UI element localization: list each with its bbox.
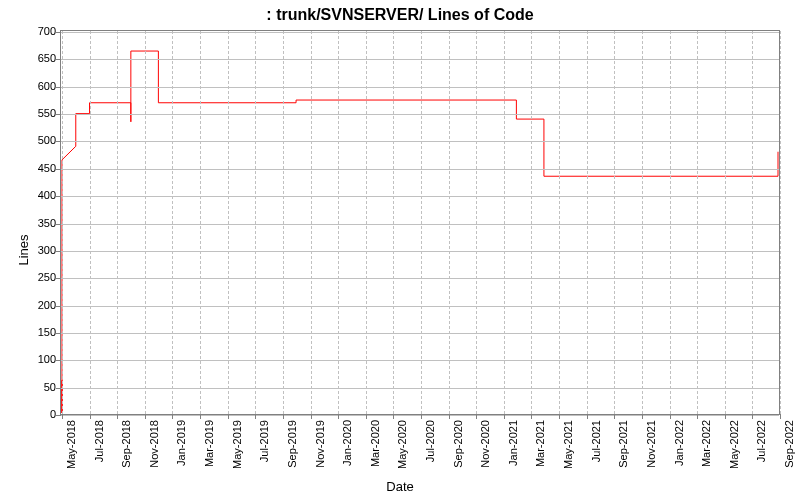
y-tick (56, 87, 61, 88)
title-prefix: : (266, 6, 276, 23)
x-tick-label: Jul-2019 (258, 420, 270, 462)
x-tick-label: Jul-2020 (424, 420, 436, 462)
y-tick-label: 300 (6, 244, 56, 256)
gridline-v (614, 31, 615, 414)
x-tick-label: May-2018 (65, 420, 77, 469)
x-tick (670, 414, 671, 419)
gridline-v (421, 31, 422, 414)
y-tick-label: 550 (6, 107, 56, 119)
x-tick-label: Mar-2022 (700, 420, 712, 467)
x-tick (90, 414, 91, 419)
x-tick (62, 414, 63, 419)
x-tick-label: Nov-2020 (479, 420, 491, 468)
x-tick-label: Sep-2021 (617, 420, 629, 468)
gridline-v (255, 31, 256, 414)
x-tick-label: Nov-2019 (314, 420, 326, 468)
y-tick (56, 196, 61, 197)
x-tick (559, 414, 560, 419)
gridline-v (504, 31, 505, 414)
x-tick-label: May-2020 (396, 420, 408, 469)
gridline-v (311, 31, 312, 414)
gridline-h (61, 87, 779, 88)
x-tick (338, 414, 339, 419)
x-tick-label: Jan-2022 (673, 420, 685, 466)
x-tick-label: Sep-2018 (120, 420, 132, 468)
x-tick-label: Jul-2021 (590, 420, 602, 462)
gridline-h (61, 278, 779, 279)
gridline-h (61, 59, 779, 60)
y-tick (56, 251, 61, 252)
y-tick-label: 600 (6, 80, 56, 92)
gridline-v (449, 31, 450, 414)
x-tick (449, 414, 450, 419)
chart-title: : trunk/SVNSERVER/ Lines of Code (0, 6, 800, 24)
y-tick-label: 100 (6, 353, 56, 365)
y-tick-label: 200 (6, 299, 56, 311)
gridline-v (780, 31, 781, 414)
x-tick (228, 414, 229, 419)
plot-area (60, 30, 780, 415)
x-tick (255, 414, 256, 419)
x-tick (200, 414, 201, 419)
gridline-v (642, 31, 643, 414)
x-tick (476, 414, 477, 419)
y-tick (56, 141, 61, 142)
y-tick-label: 650 (6, 52, 56, 64)
y-tick (56, 388, 61, 389)
gridline-h (61, 196, 779, 197)
gridline-h (61, 415, 779, 416)
x-tick-label: Sep-2019 (286, 420, 298, 468)
x-tick-label: Mar-2019 (203, 420, 215, 467)
x-tick-label: Nov-2021 (645, 420, 657, 468)
x-tick-label: Jul-2022 (755, 420, 767, 462)
gridline-v (559, 31, 560, 414)
y-tick-label: 700 (6, 25, 56, 37)
gridline-h (61, 306, 779, 307)
gridline-v (476, 31, 477, 414)
y-tick-label: 0 (6, 408, 56, 420)
gridline-v (172, 31, 173, 414)
y-tick-label: 150 (6, 326, 56, 338)
x-tick (614, 414, 615, 419)
x-tick (117, 414, 118, 419)
x-tick (504, 414, 505, 419)
y-tick (56, 278, 61, 279)
gridline-v (117, 31, 118, 414)
x-tick (642, 414, 643, 419)
gridline-v (670, 31, 671, 414)
gridline-h (61, 32, 779, 33)
x-tick (145, 414, 146, 419)
x-tick-label: Mar-2020 (369, 420, 381, 467)
title-main: trunk/SVNSERVER/ Lines of Code (276, 6, 534, 23)
gridline-v (90, 31, 91, 414)
x-tick-label: May-2022 (728, 420, 740, 469)
gridline-v (752, 31, 753, 414)
y-tick-label: 350 (6, 217, 56, 229)
gridline-v (697, 31, 698, 414)
gridline-v (283, 31, 284, 414)
gridline-h (61, 114, 779, 115)
x-tick (531, 414, 532, 419)
x-tick (697, 414, 698, 419)
y-tick (56, 114, 61, 115)
gridline-v (228, 31, 229, 414)
x-tick (366, 414, 367, 419)
y-tick (56, 224, 61, 225)
x-tick-label: May-2021 (562, 420, 574, 469)
x-tick-label: Nov-2018 (148, 420, 160, 468)
gridline-h (61, 360, 779, 361)
x-axis-label: Date (0, 479, 800, 494)
gridline-v (338, 31, 339, 414)
x-tick-label: Jan-2019 (175, 420, 187, 466)
y-tick-label: 500 (6, 134, 56, 146)
chart-container: : trunk/SVNSERVER/ Lines of Code Lines D… (0, 0, 800, 500)
x-tick-label: Mar-2021 (534, 420, 546, 467)
x-tick (725, 414, 726, 419)
y-tick (56, 32, 61, 33)
gridline-v (62, 31, 63, 414)
x-tick (752, 414, 753, 419)
y-tick (56, 306, 61, 307)
x-tick-label: May-2019 (231, 420, 243, 469)
series-line (62, 51, 778, 413)
gridline-h (61, 388, 779, 389)
